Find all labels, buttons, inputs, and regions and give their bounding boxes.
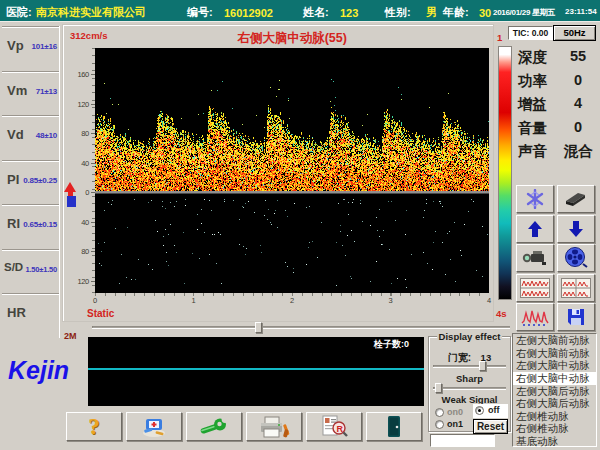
param-value: 48±10 <box>36 131 57 140</box>
param-value: 0.85±0.25 <box>23 176 57 185</box>
sharp-label: Sharp <box>428 373 511 384</box>
camera-icon <box>522 249 548 267</box>
spectrum-waveform-icon <box>521 307 549 327</box>
param-value: 1.50±1.50 <box>25 265 57 274</box>
y-tick-label: 120 <box>63 277 89 286</box>
tcd-application-window: 医院: 南京科进实业有限公司 编号: 16012902 姓名: 123 性别: … <box>0 0 600 450</box>
sound-value: 混合 <box>558 142 598 161</box>
gate-width-row: 门宽: 13 <box>428 347 511 365</box>
radio-on0[interactable] <box>435 408 444 417</box>
colorbar-top-label: 1 <box>497 32 502 43</box>
report-button[interactable]: R <box>306 412 362 441</box>
patient-id-label: 编号: <box>187 5 213 20</box>
hospital-label: 医院: <box>6 5 32 20</box>
x-tick-label: 2 <box>282 296 302 305</box>
param-value: 71±13 <box>36 87 57 96</box>
artery-item-5[interactable]: 右侧大脑后动脉 <box>513 397 596 410</box>
artery-item-3[interactable]: 右侧大脑中动脉 <box>513 372 596 385</box>
tools-button[interactable] <box>186 412 242 441</box>
video-button[interactable] <box>557 244 595 272</box>
y-axis-tick <box>91 281 95 282</box>
sharp-slider-thumb[interactable] <box>435 383 442 393</box>
save-button[interactable] <box>557 303 595 331</box>
x-tick-label: 3 <box>381 296 401 305</box>
y-axis-tick <box>91 163 95 164</box>
probe-label: 2M <box>64 331 77 341</box>
artery-item-0[interactable]: 左侧大脑前动脉 <box>513 334 596 347</box>
frequency-button[interactable]: 50Hz <box>553 25 596 41</box>
report-review-icon: R <box>320 415 348 439</box>
y-axis-minor-ticks <box>92 48 95 293</box>
wrench-icon <box>199 417 229 437</box>
exit-door-icon <box>385 415 403 439</box>
camera-button[interactable] <box>516 244 554 272</box>
x-tick-label: 4 <box>479 296 499 305</box>
freeze-button[interactable] <box>516 185 554 213</box>
title-bar: 医院: 南京科进实业有限公司 编号: 16012902 姓名: 123 性别: … <box>0 0 600 22</box>
param-cell-vd: Vd48±10 <box>2 115 59 160</box>
printer-icon <box>258 415 290 439</box>
status-text: Static <box>87 308 114 319</box>
spectrum-view-button[interactable] <box>516 303 554 331</box>
decrease-button[interactable] <box>557 215 595 243</box>
service-icon <box>141 416 167 438</box>
baseline-marker-handle[interactable] <box>67 196 76 207</box>
hospital-name: 南京科进实业有限公司 <box>36 5 146 20</box>
volume-value: 0 <box>558 119 598 135</box>
reset-button[interactable]: Reset <box>473 419 508 434</box>
floppy-disk-icon <box>566 307 586 327</box>
y-tick-label: 160 <box>63 70 89 79</box>
x-tick-label: 1 <box>184 296 204 305</box>
exit-button[interactable] <box>366 412 422 441</box>
print-button[interactable] <box>246 412 302 441</box>
param-label: Vd <box>7 127 24 142</box>
artery-item-7[interactable]: 右侧椎动脉 <box>513 422 596 435</box>
patient-name: 123 <box>340 7 358 19</box>
param-label: HR <box>7 305 26 320</box>
param-value: 101±16 <box>32 42 57 51</box>
param-cell-vm: Vm71±13 <box>2 71 59 116</box>
speaker-icon <box>564 190 588 208</box>
dual-view-button[interactable] <box>516 274 554 302</box>
param-cell-ri: RI0.65±0.15 <box>2 204 59 249</box>
gain-label: 增益 <box>518 95 547 114</box>
radio-on0-label: on0 <box>447 407 463 417</box>
param-value: 0.65±0.15 <box>23 220 57 229</box>
increase-button[interactable] <box>516 215 554 243</box>
help-button[interactable]: ? <box>66 412 122 441</box>
param-label: Vp <box>7 38 24 53</box>
gender-label: 性别: <box>385 5 411 20</box>
y-tick-label: 40 <box>63 159 89 168</box>
age-label: 年龄: <box>443 5 469 20</box>
gate-width-slider-thumb[interactable] <box>479 361 486 371</box>
kejin-logo: Kejin <box>8 356 69 385</box>
speaker-button[interactable] <box>557 185 595 213</box>
gate-width-slider[interactable] <box>433 365 506 367</box>
param-label: Vm <box>7 83 27 98</box>
service-button[interactable] <box>126 412 182 441</box>
time-scrollbar[interactable] <box>92 326 510 328</box>
artery-item-1[interactable]: 右侧大脑前动脉 <box>513 347 596 360</box>
artery-item-2[interactable]: 左侧大脑中动脉 <box>513 359 596 372</box>
emboli-count: 栓子数:0 <box>374 338 409 351</box>
date-text: 2016/01/29 星期五 <box>493 7 555 18</box>
svg-text:R: R <box>337 423 344 433</box>
snowflake-icon <box>524 189 546 209</box>
radio-off-field: off <box>473 404 508 418</box>
film-reel-icon <box>564 247 588 269</box>
radio-on1[interactable] <box>435 420 444 429</box>
volume-label: 音量 <box>518 119 547 138</box>
sharp-slider[interactable] <box>433 387 506 389</box>
y-axis-tick <box>91 222 95 223</box>
time-scrollbar-thumb[interactable] <box>255 322 262 333</box>
spectrum-title: 右侧大脑中动脉(55) <box>95 30 489 47</box>
y-axis-tick <box>91 192 95 193</box>
artery-item-4[interactable]: 左侧大脑后动脉 <box>513 385 596 398</box>
artery-item-8[interactable]: 基底动脉 <box>513 435 596 448</box>
artery-item-6[interactable]: 左侧椎动脉 <box>513 410 596 423</box>
up-arrow-icon <box>526 220 544 238</box>
quad-view-button[interactable] <box>557 274 595 302</box>
radio-off[interactable] <box>475 406 484 415</box>
y-tick-label: 80 <box>63 247 89 256</box>
emboli-trace-line <box>88 368 424 370</box>
